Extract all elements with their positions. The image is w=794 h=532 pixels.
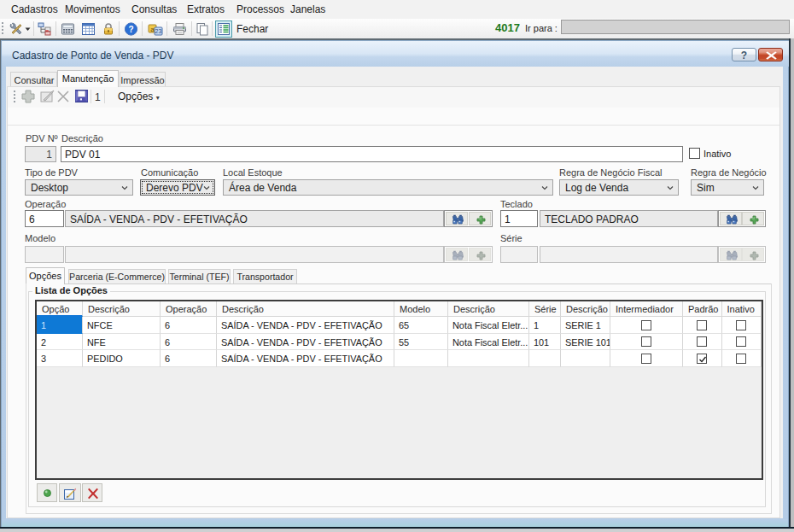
svg-text:23: 23 bbox=[155, 28, 162, 34]
svg-text:?: ? bbox=[128, 25, 133, 34]
